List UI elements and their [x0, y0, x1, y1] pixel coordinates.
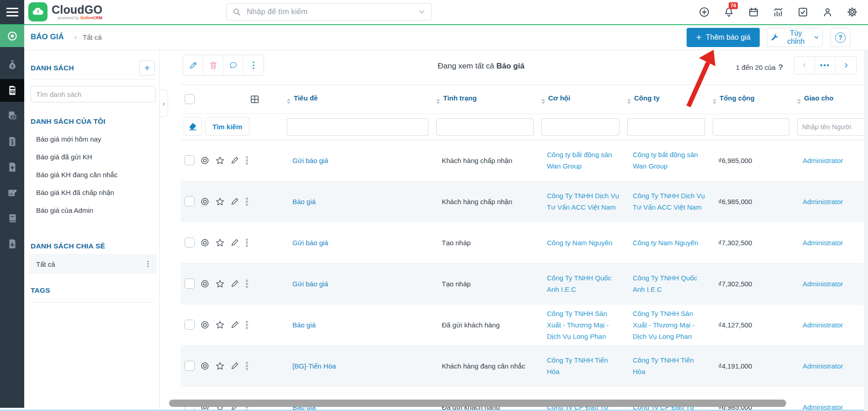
sort-icon[interactable] — [713, 99, 716, 104]
assigned-user-link[interactable]: Administrator — [803, 198, 843, 206]
favorite-star-icon[interactable] — [215, 279, 225, 289]
edit-pencil-icon[interactable] — [230, 279, 239, 288]
row-checkbox[interactable] — [185, 320, 195, 330]
quote-title-link[interactable]: Báo giá — [292, 198, 316, 206]
filter-input[interactable] — [541, 118, 619, 136]
filter-input[interactable] — [713, 118, 789, 136]
favorite-star-icon[interactable] — [215, 238, 225, 248]
collapse-panel-button[interactable]: ‹ — [160, 90, 168, 117]
analytics-icon[interactable] — [773, 6, 784, 18]
company-link[interactable]: Công Ty TNHH Dịch Vụ Tư Vấn ACC Việt Nam — [633, 192, 705, 211]
row-checkbox[interactable] — [185, 279, 195, 289]
preview-eye-icon[interactable] — [200, 361, 210, 371]
quote-title-link[interactable]: Gửi báo giá — [292, 157, 328, 164]
favorite-star-icon[interactable] — [215, 361, 225, 371]
company-link[interactable]: Công Ty TNHH Sản Xuất - Thương Mại - Dịc… — [633, 310, 694, 340]
quick-add-icon[interactable] — [699, 6, 710, 18]
filter-input[interactable] — [287, 118, 429, 136]
contract-signature-icon[interactable] — [0, 181, 24, 204]
edit-pencil-icon[interactable] — [230, 156, 239, 165]
sidebar-list-item[interactable]: Báo giá mới hôm nay — [24, 130, 159, 148]
handbook-module-icon[interactable] — [0, 207, 24, 230]
column-header-label[interactable]: Công ty — [634, 94, 660, 102]
column-header-label[interactable]: Tình trạng — [443, 94, 476, 102]
row-checkbox[interactable] — [185, 196, 195, 206]
bulk-comment-icon[interactable] — [223, 55, 243, 75]
total-unknown[interactable]: ? — [778, 63, 783, 72]
column-header-label[interactable]: Tổng cộng — [720, 94, 755, 102]
select-all-checkbox[interactable] — [185, 94, 195, 104]
sort-icon[interactable] — [797, 99, 801, 104]
preview-eye-icon[interactable] — [200, 156, 210, 165]
calendar-icon[interactable] — [748, 6, 759, 18]
company-link[interactable]: Công ty Nam Nguyên — [633, 239, 698, 247]
filter-input[interactable] — [627, 118, 705, 136]
opportunity-link[interactable]: Công ty bất động sản Wan Group — [547, 151, 612, 170]
sort-icon[interactable] — [627, 99, 631, 104]
edit-pencil-icon[interactable] — [230, 361, 239, 370]
clear-filters-eraser-icon[interactable] — [184, 117, 202, 136]
horizontal-scrollbar[interactable] — [169, 400, 786, 407]
user-profile-icon[interactable] — [822, 6, 833, 18]
row-menu-kebab-icon[interactable] — [245, 156, 249, 165]
file-download-module-icon[interactable] — [0, 232, 24, 255]
row-menu-kebab-icon[interactable] — [245, 279, 249, 289]
assigned-user-link[interactable]: Administrator — [803, 321, 843, 329]
row-checkbox[interactable] — [185, 237, 195, 248]
preview-eye-icon[interactable] — [200, 238, 210, 248]
sales-moneybag-icon[interactable]: $ — [0, 53, 24, 76]
sidebar-list-item[interactable]: Báo giá đã gửi KH — [24, 148, 159, 166]
row-menu-kebab-icon[interactable] — [245, 320, 249, 330]
cloudgo-logo[interactable]: CloudGO powered by OnlineCRM — [28, 2, 102, 21]
edit-pencil-icon[interactable] — [230, 320, 239, 329]
opportunity-link[interactable]: Công Ty TNHH Tiến Hòa — [547, 356, 608, 375]
customize-button[interactable]: Tùy chỉnh — [767, 28, 823, 47]
quote-title-link[interactable]: Báo giá — [292, 321, 316, 329]
column-header-label[interactable]: Cơ hội — [548, 94, 570, 102]
column-grid-icon[interactable] — [249, 94, 260, 105]
prev-page-button[interactable] — [794, 57, 815, 74]
preview-eye-icon[interactable] — [200, 320, 210, 330]
quotes-module-icon-active[interactable] — [0, 79, 24, 102]
global-search-input[interactable] — [246, 7, 418, 17]
edit-pencil-icon[interactable] — [230, 238, 239, 247]
chevron-down-icon[interactable] — [418, 8, 426, 16]
row-menu-kebab-icon[interactable] — [245, 361, 249, 371]
opportunity-link[interactable]: Công Ty TNHH Sản Xuất - Thương Mại - Dịc… — [547, 310, 609, 340]
favorite-star-icon[interactable] — [215, 156, 225, 165]
preview-eye-icon[interactable] — [200, 279, 210, 289]
edit-pencil-icon[interactable] — [230, 197, 239, 206]
sort-icon[interactable] — [541, 99, 545, 104]
target-module-icon[interactable] — [0, 25, 24, 47]
favorite-star-icon[interactable] — [215, 197, 225, 206]
settings-gear-icon[interactable] — [847, 6, 858, 18]
add-list-button[interactable]: + — [139, 60, 155, 76]
quote-title-link[interactable]: Gửi báo giá — [292, 239, 328, 247]
bulk-more-kebab-icon[interactable] — [243, 55, 264, 75]
quote-title-link[interactable]: [BG]-Tiến Hòa — [292, 362, 336, 370]
assigned-filter-input[interactable] — [797, 118, 868, 136]
opportunity-link[interactable]: Công ty Nam Nguyên — [547, 239, 612, 247]
add-quote-button[interactable]: +Thêm báo giá — [687, 28, 760, 47]
assigned-user-link[interactable]: Administrator — [803, 239, 843, 247]
preview-eye-icon[interactable] — [200, 197, 210, 206]
invoice-module-icon[interactable]: $ — [0, 130, 24, 153]
notifications-bell-icon[interactable]: 74 — [723, 6, 735, 18]
favorite-star-icon[interactable] — [215, 320, 225, 330]
assigned-user-link[interactable]: Administrator — [803, 157, 843, 164]
sidebar-list-item[interactable]: Báo giá KH đang cân nhắc — [24, 166, 159, 184]
hamburger-menu-button[interactable] — [0, 0, 24, 24]
assigned-user-link[interactable]: Administrator — [803, 280, 843, 288]
opportunity-link[interactable]: Công Ty TNHH Dịch Vụ Tư Vấn ACC Việt Nam — [547, 192, 619, 211]
assigned-user-link[interactable]: Administrator — [803, 362, 843, 370]
breadcrumb-module[interactable]: BÁO GIÁ — [31, 32, 64, 42]
company-link[interactable]: Công Ty TNHH Tiến Hòa — [633, 356, 694, 375]
sidebar-list-item[interactable]: Báo giá KH đã chấp nhận — [24, 184, 159, 201]
company-link[interactable]: Công ty bất động sản Wan Group — [633, 151, 698, 170]
sort-icon[interactable] — [436, 99, 440, 104]
column-header-label[interactable]: Tiêu đề — [294, 94, 318, 102]
opportunity-link[interactable]: Công Ty TNHH Quốc Anh I.E.C — [547, 274, 611, 293]
global-search[interactable] — [226, 3, 432, 21]
page-selector-button[interactable]: ••• — [815, 57, 836, 74]
row-checkbox[interactable] — [185, 155, 195, 165]
